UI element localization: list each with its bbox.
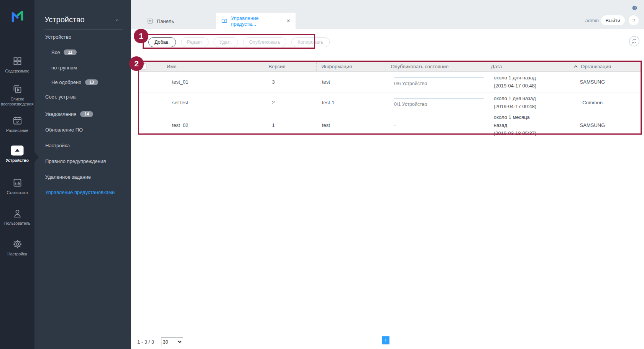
sidebar-item[interactable]: Все11 <box>51 49 77 56</box>
organization-cell: SAMSUNG <box>544 71 641 92</box>
collapse-sidebar-icon[interactable]: ← <box>115 15 122 23</box>
rail-item-stats[interactable]: Статистика <box>0 178 34 195</box>
rail-item-label: Устройство <box>0 158 34 163</box>
refresh-button[interactable] <box>629 36 639 46</box>
preset-name: test_01 <box>153 79 207 85</box>
sidebar-item-label: Устройство <box>45 34 71 40</box>
tab-preset-management[interactable]: Управление предуста... × <box>216 13 296 30</box>
language-globe-icon[interactable] <box>631 5 638 11</box>
name-cell: set test <box>153 92 264 113</box>
info-cell: test-1 <box>316 92 386 113</box>
rail-item-label: Настройка <box>0 252 34 257</box>
logout-button[interactable]: Выйти <box>601 15 625 25</box>
organization-cell: SAMSUNG <box>544 113 641 137</box>
rail-item-label: Список воспроизведения <box>0 97 34 107</box>
rail-item-playlist[interactable]: Список воспроизведения <box>0 84 34 107</box>
toolbar-button[interactable]: Удал. <box>214 37 238 47</box>
help-button[interactable]: ? <box>629 15 639 25</box>
sidebar-item[interactable]: Не одобрено13 <box>51 79 98 86</box>
topbar: Панель Управление предуста... × admin <box>131 0 644 29</box>
annotation-marker-1: 1 <box>134 29 148 43</box>
sidebar-item[interactable]: Уведомления14 <box>45 110 93 117</box>
publish-status-label: 0/1 Устройство <box>394 102 487 107</box>
toolbar-button[interactable]: Копировать <box>291 37 329 47</box>
sidebar-item-label: Уведомления <box>45 111 76 117</box>
rail-item-label: Расписание <box>0 128 34 133</box>
sidebar-item[interactable]: Удаленное задание <box>45 173 91 180</box>
close-tab-icon[interactable]: × <box>287 18 290 24</box>
page-size-select[interactable]: 30 <box>161 337 183 346</box>
info-cell: test <box>316 71 386 92</box>
preset-version: 2 <box>264 100 283 105</box>
nav-rail: СодержимоеСписок воспроизведенияРасписан… <box>0 0 34 349</box>
count-badge: 13 <box>85 79 98 85</box>
version-cell: 3 <box>264 71 316 92</box>
sidebar-title: Устройство <box>44 15 85 24</box>
sidebar-device-menu: Устройство ← УстройствоВсе11по группамНе… <box>34 0 131 349</box>
magicinfo-logo-icon[interactable] <box>0 10 34 24</box>
column-header-organization[interactable]: Организация <box>544 62 641 71</box>
tab-dashboard[interactable]: Панель <box>142 13 179 30</box>
publish-progress-bar <box>394 77 484 78</box>
version-cell: 1 <box>264 113 316 137</box>
page-button[interactable]: 1 <box>382 336 389 344</box>
preset-name: test_02 <box>153 122 207 128</box>
sidebar-item[interactable]: по группам <box>51 64 77 71</box>
tab-label: Панель <box>157 18 174 24</box>
version-cell: 2 <box>264 92 316 113</box>
row-select-cell <box>139 113 153 137</box>
toolbar-button[interactable]: Опубликовать <box>243 37 287 47</box>
table-row[interactable]: test_013test0/6 Устройствооколо 1 дня на… <box>139 71 641 92</box>
sidebar-item-label: Правило предупреждения <box>45 158 106 164</box>
select-all-checkbox[interactable] <box>140 63 146 70</box>
rail-item-grid[interactable]: Содержимое <box>0 56 34 74</box>
schedule-icon <box>12 115 23 126</box>
footer-divider <box>131 329 644 329</box>
rail-item-gear[interactable]: Настройка <box>0 239 34 257</box>
preset-name: set test <box>153 100 207 105</box>
publish-status-cell: - <box>386 113 487 137</box>
table-row[interactable]: set test2test-10/1 Устройствооколо 1 дня… <box>139 92 641 113</box>
column-header-name[interactable]: Имя <box>153 62 264 71</box>
active-rail-notch <box>34 152 39 162</box>
column-header-date[interactable]: Дата <box>487 62 544 71</box>
publish-status-cell: 0/1 Устройство <box>386 92 487 113</box>
dashboard-grid-icon <box>147 18 153 24</box>
sidebar-item[interactable]: Обновление ПО <box>45 126 83 133</box>
organization-cell: Common <box>544 92 641 113</box>
grid-icon <box>12 56 23 66</box>
date-relative: около 1 месяца назад <box>494 113 544 129</box>
sidebar-divider <box>44 29 123 30</box>
sidebar-item-label: Настройка <box>45 143 70 148</box>
column-header-info[interactable]: Информация <box>316 62 386 71</box>
preset-table: Имя Версия Информация Опубликовать состо… <box>139 62 641 137</box>
publish-progress-bar <box>394 98 484 99</box>
sidebar-item-label: Удаленное задание <box>45 174 91 180</box>
stats-icon <box>12 178 23 188</box>
table-row[interactable]: test_021test-около 1 месяца назад(2019-0… <box>139 113 641 137</box>
sidebar-item[interactable]: Управление предустановками <box>45 189 115 196</box>
sidebar-item[interactable]: Настройка <box>45 142 70 149</box>
sidebar-item[interactable]: Правило предупреждения <box>45 158 106 165</box>
rail-item-user[interactable]: Пользователь <box>0 208 34 226</box>
sort-ascending-icon <box>574 65 578 68</box>
sidebar-item[interactable]: Устройство <box>45 33 71 40</box>
logged-in-username: admin <box>585 18 599 23</box>
rail-item-device[interactable]: Устройство <box>0 145 34 163</box>
name-cell: test_01 <box>153 71 264 92</box>
column-header-version[interactable]: Версия <box>264 62 316 71</box>
sidebar-item-label: Управление предустановками <box>45 189 115 195</box>
rail-item-label: Пользователь <box>0 221 34 226</box>
sidebar-item-label: по группам <box>51 65 77 71</box>
sidebar-item-label: Не одобрено <box>51 79 81 85</box>
preset-toolbar: Добав.РедактУдал.ОпубликоватьКопировать <box>148 37 330 47</box>
rail-item-schedule[interactable]: Расписание <box>0 115 34 133</box>
pagination-range: 1 - 3 / 3 <box>137 339 154 345</box>
toolbar-button[interactable]: Добав. <box>148 37 176 47</box>
sidebar-item[interactable]: Сост. устр-ва <box>45 93 76 100</box>
sidebar-item-label: Все <box>51 49 60 55</box>
toolbar-button[interactable]: Редакт <box>181 37 209 47</box>
count-badge: 14 <box>80 111 93 117</box>
column-header-publish-status[interactable]: Опубликовать состояние <box>386 62 487 71</box>
date-relative: около 1 дня назад <box>494 94 544 102</box>
